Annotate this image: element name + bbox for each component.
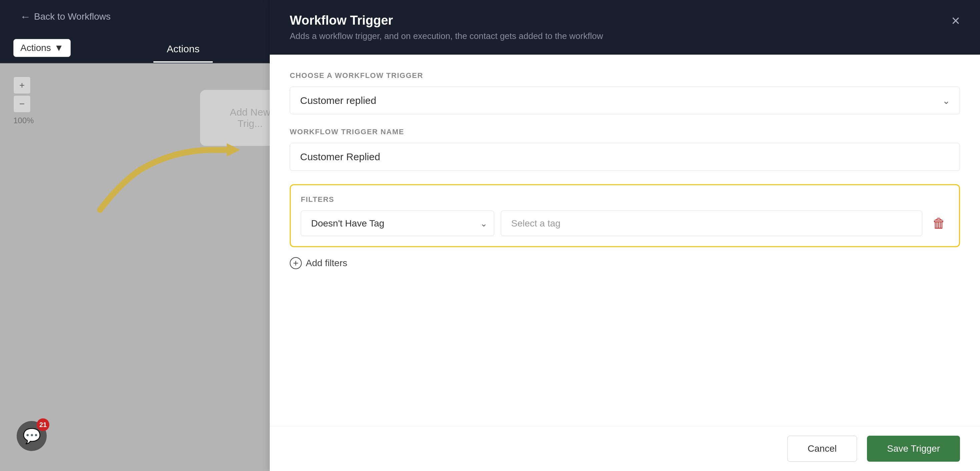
add-trigger-text: Add NewTrig... bbox=[227, 106, 274, 129]
zoom-level: 100% bbox=[13, 116, 34, 125]
filter-type-select[interactable]: Doesn't Have Tag Has Tag Contact Tag bbox=[301, 211, 494, 236]
tab-actions[interactable]: Actions bbox=[153, 36, 213, 63]
actions-label: Actions bbox=[20, 43, 51, 53]
trigger-name-input[interactable] bbox=[290, 143, 960, 171]
add-filters-icon: + bbox=[290, 257, 302, 269]
panel-header-content: Workflow Trigger Adds a workflow trigger… bbox=[290, 13, 603, 41]
panel-title: Workflow Trigger bbox=[290, 13, 603, 28]
filter-type-select-wrapper: Doesn't Have Tag Has Tag Contact Tag ⌄ bbox=[301, 211, 494, 236]
add-filters-label: Add filters bbox=[306, 258, 347, 268]
panel-header: Workflow Trigger Adds a workflow trigger… bbox=[270, 0, 980, 55]
filter-row: Doesn't Have Tag Has Tag Contact Tag ⌄ S… bbox=[301, 211, 949, 236]
panel-body: CHOOSE A WORKFLOW TRIGGER Customer repli… bbox=[270, 55, 980, 286]
add-filters-button[interactable]: + Add filters bbox=[290, 257, 960, 269]
chat-badge: 21 bbox=[37, 419, 49, 431]
trigger-type-select-wrapper: Customer replied Contact Created Appoint… bbox=[290, 87, 960, 114]
back-arrow-icon: ← bbox=[20, 11, 31, 23]
cancel-button[interactable]: Cancel bbox=[787, 436, 857, 461]
delete-filter-button[interactable]: 🗑 bbox=[929, 216, 949, 231]
chat-icon-button[interactable]: 💬 21 bbox=[17, 421, 47, 451]
panel-subtitle: Adds a workflow trigger, and on executio… bbox=[290, 31, 603, 41]
save-trigger-button[interactable]: Save Trigger bbox=[867, 436, 960, 461]
zoom-controls: + − 100% bbox=[13, 77, 34, 125]
back-label: Back to Workflows bbox=[34, 11, 111, 22]
actions-dropdown[interactable]: Actions ▼ bbox=[13, 39, 71, 57]
zoom-out-button[interactable]: − bbox=[13, 95, 31, 113]
close-button[interactable]: × bbox=[951, 13, 960, 28]
chat-widget: 💬 21 bbox=[17, 421, 47, 451]
dropdown-chevron-icon: ▼ bbox=[54, 43, 64, 53]
choose-trigger-label: CHOOSE A WORKFLOW TRIGGER bbox=[290, 71, 960, 80]
zoom-in-button[interactable]: + bbox=[13, 77, 31, 94]
back-to-workflows-link[interactable]: ← Back to Workflows bbox=[20, 11, 111, 23]
filter-tag-select[interactable]: Select a tag bbox=[501, 211, 922, 236]
trigger-name-label: WORKFLOW TRIGGER NAME bbox=[290, 128, 960, 136]
filters-label: FILTERS bbox=[301, 195, 949, 204]
chat-icon: 💬 bbox=[23, 427, 41, 445]
filters-section: FILTERS Doesn't Have Tag Has Tag Contact… bbox=[290, 184, 960, 247]
bottom-bar: Cancel Save Trigger bbox=[270, 426, 980, 471]
trigger-type-select[interactable]: Customer replied Contact Created Appoint… bbox=[290, 87, 960, 114]
right-panel: Workflow Trigger Adds a workflow trigger… bbox=[270, 0, 980, 471]
